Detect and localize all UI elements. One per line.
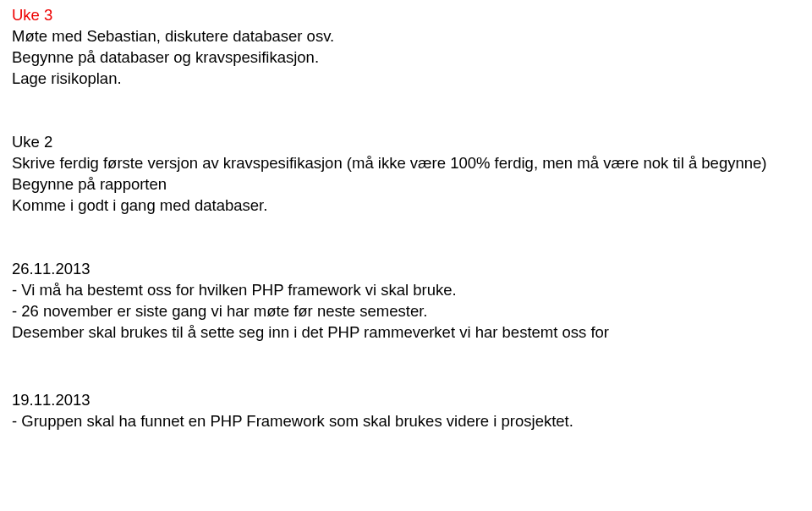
week-3-section: Uke 3 Møte med Sebastian, diskutere data… — [12, 5, 800, 90]
week-2-line-3: Komme i godt i gang med databaser. — [12, 195, 800, 217]
week-2-section: Uke 2 Skrive ferdig første versjon av kr… — [12, 132, 800, 217]
week-3-line-3: Lage risikoplan. — [12, 69, 800, 90]
week-2-title: Uke 2 — [12, 132, 800, 153]
spacer — [12, 217, 800, 259]
week-3-title: Uke 3 — [12, 5, 800, 26]
week-3-line-2: Begynne på databaser og kravspesifikasjo… — [12, 47, 800, 69]
week-2-line-1: Skrive ferdig første versjon av kravspes… — [12, 153, 800, 174]
entry-1-date: 26.11.2013 — [12, 259, 800, 280]
entry-1-line-1: - Vi må ha bestemt oss for hvilken PHP f… — [12, 280, 800, 301]
spacer — [12, 90, 800, 132]
entry-2-section: 19.11.2013 - Gruppen skal ha funnet en P… — [12, 390, 800, 432]
entry-1-line-3: Desember skal brukes til å sette seg inn… — [12, 322, 800, 343]
spacer — [12, 343, 800, 390]
week-3-line-1: Møte med Sebastian, diskutere databaser … — [12, 26, 800, 47]
entry-1-section: 26.11.2013 - Vi må ha bestemt oss for hv… — [12, 259, 800, 343]
week-2-line-2: Begynne på rapporten — [12, 174, 800, 195]
entry-2-date: 19.11.2013 — [12, 390, 800, 411]
entry-2-line-1: - Gruppen skal ha funnet en PHP Framewor… — [12, 411, 800, 432]
entry-1-line-2: - 26 november er siste gang vi har møte … — [12, 301, 800, 322]
